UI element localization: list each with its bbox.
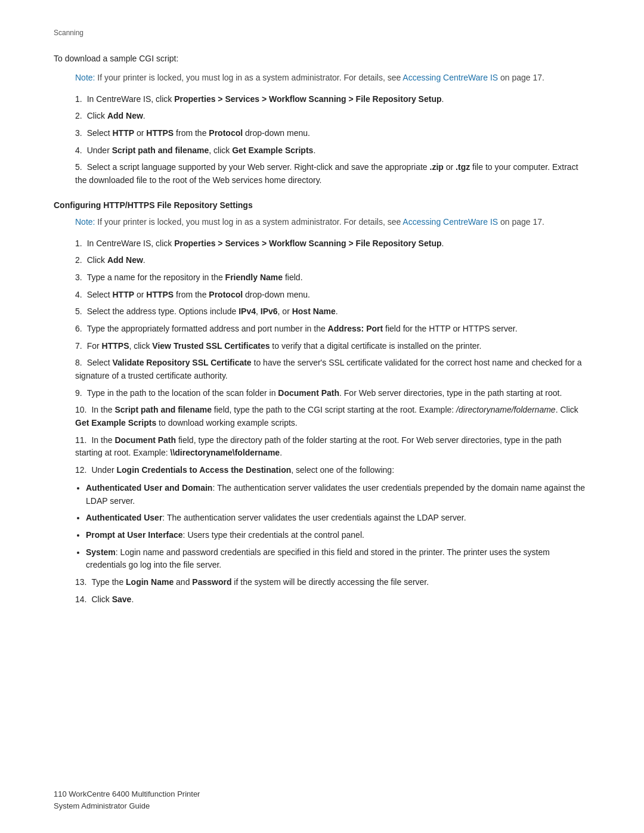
bullet-item-1: Authenticated User and Domain: The authe… (86, 482, 590, 507)
step-2-11: 11.In the Document Path field, type the … (75, 434, 590, 460)
step-2-13: 13.Type the Login Name and Password if t… (75, 576, 590, 589)
note2-text: If your printer is locked, you must log … (95, 217, 402, 227)
footer-line2: System Administrator Guide (54, 800, 200, 812)
bullet-item-2: Authenticated User: The authentication s… (86, 512, 590, 525)
section-heading: Configuring HTTP/HTTPS File Repository S… (54, 200, 590, 210)
step-1-1: 1.In CentreWare IS, click Properties > S… (75, 93, 590, 106)
step-2-7: 7.For HTTPS, click View Trusted SSL Cert… (75, 340, 590, 353)
step-2-8: 8.Select Validate Repository SSL Certifi… (75, 357, 590, 382)
step-2-5: 5.Select the address type. Options inclu… (75, 305, 590, 318)
step-2-1: 1.In CentreWare IS, click Properties > S… (75, 237, 590, 250)
step-2-2: 2.Click Add New. (75, 254, 590, 267)
note1-link[interactable]: Accessing CentreWare IS (402, 73, 498, 82)
note-block-1: Note: If your printer is locked, you mus… (75, 72, 590, 85)
note2-link[interactable]: Accessing CentreWare IS (402, 217, 498, 227)
note1-text: If your printer is locked, you must log … (95, 73, 402, 82)
step-1-3: 3.Select HTTP or HTTPS from the Protocol… (75, 127, 590, 140)
steps-list-1: 1.In CentreWare IS, click Properties > S… (75, 93, 590, 187)
intro-text: To download a sample CGI script: (54, 54, 590, 63)
bullet-list: Authenticated User and Domain: The authe… (86, 482, 590, 572)
step-1-4: 4.Under Script path and filename, click … (75, 144, 590, 157)
note1-prefix: Note: (75, 73, 95, 82)
step-2-12: 12.Under Login Credentials to Access the… (75, 464, 590, 572)
page-content: Scanning To download a sample CGI script… (0, 0, 644, 659)
step-1-5: 5.Select a script language supported by … (75, 161, 590, 187)
note1-suffix: on page 17. (498, 73, 544, 82)
note-block-2: Note: If your printer is locked, you mus… (75, 216, 590, 229)
note2-suffix: on page 17. (498, 217, 544, 227)
step-2-14: 14.Click Save. (75, 593, 590, 606)
step-2-4: 4.Select HTTP or HTTPS from the Protocol… (75, 289, 590, 302)
step-2-3: 3.Type a name for the repository in the … (75, 271, 590, 284)
step-1-2: 2.Click Add New. (75, 110, 590, 123)
page-header-label: Scanning (54, 29, 590, 37)
steps-list-2: 1.In CentreWare IS, click Properties > S… (75, 237, 590, 606)
bullet-item-4: System: Login name and password credenti… (86, 546, 590, 572)
footer-line1: 110 WorkCentre 6400 Multifunction Printe… (54, 788, 200, 800)
step-2-10: 10.In the Script path and filename field… (75, 404, 590, 429)
page-footer: 110 WorkCentre 6400 Multifunction Printe… (54, 788, 200, 812)
step-2-6: 6.Type the appropriately formatted addre… (75, 323, 590, 336)
note2-prefix: Note: (75, 217, 95, 227)
step-2-9: 9.Type in the path to the location of th… (75, 387, 590, 400)
bullet-item-3: Prompt at User Interface: Users type the… (86, 529, 590, 542)
